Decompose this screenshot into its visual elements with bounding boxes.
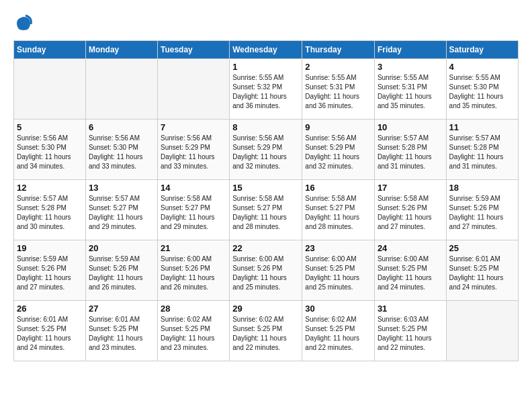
calendar-cell: 25Sunrise: 6:01 AMSunset: 5:25 PMDayligh… [446,240,518,301]
day-info: Sunrise: 5:56 AMSunset: 5:29 PMDaylight:… [232,134,299,171]
day-info: Sunrise: 5:59 AMSunset: 5:26 PMDaylight:… [89,255,154,292]
calendar-cell: 9Sunrise: 5:56 AMSunset: 5:29 PMDaylight… [302,120,375,180]
day-number: 13 [89,183,154,193]
calendar-cell: 17Sunrise: 5:58 AMSunset: 5:26 PMDayligh… [374,180,446,240]
calendar-cell: 30Sunrise: 6:02 AMSunset: 5:25 PMDayligh… [302,301,375,361]
calendar-week-row: 1Sunrise: 5:55 AMSunset: 5:32 PMDaylight… [14,59,519,120]
day-number: 2 [305,62,371,72]
weekday-header-thursday: Thursday [302,41,375,59]
day-info: Sunrise: 5:57 AMSunset: 5:28 PMDaylight:… [449,134,515,171]
day-info: Sunrise: 6:00 AMSunset: 5:26 PMDaylight:… [232,255,299,292]
day-number: 6 [89,122,154,132]
day-info: Sunrise: 5:59 AMSunset: 5:26 PMDaylight:… [449,194,515,232]
calendar-cell: 13Sunrise: 5:57 AMSunset: 5:27 PMDayligh… [85,180,157,240]
day-number: 18 [449,183,515,193]
calendar-cell: 1Sunrise: 5:55 AMSunset: 5:32 PMDaylight… [230,59,302,120]
day-number: 28 [161,304,226,314]
day-number: 15 [232,183,299,193]
calendar-table: SundayMondayTuesdayWednesdayThursdayFrid… [13,40,519,361]
calendar-cell: 8Sunrise: 5:56 AMSunset: 5:29 PMDaylight… [230,120,302,180]
day-number: 1 [232,62,299,72]
day-info: Sunrise: 6:00 AMSunset: 5:25 PMDaylight:… [378,255,443,292]
calendar-cell: 21Sunrise: 6:00 AMSunset: 5:26 PMDayligh… [158,240,230,301]
calendar-cell: 4Sunrise: 5:55 AMSunset: 5:30 PMDaylight… [446,59,518,120]
day-info: Sunrise: 5:57 AMSunset: 5:28 PMDaylight:… [378,134,443,171]
calendar-cell: 3Sunrise: 5:55 AMSunset: 5:31 PMDaylight… [374,59,446,120]
logo [13,13,36,34]
day-info: Sunrise: 5:58 AMSunset: 5:27 PMDaylight:… [305,194,371,232]
calendar-cell: 12Sunrise: 5:57 AMSunset: 5:28 PMDayligh… [14,180,86,240]
day-info: Sunrise: 6:02 AMSunset: 5:25 PMDaylight:… [232,315,299,353]
day-number: 5 [17,122,83,132]
weekday-header-saturday: Saturday [446,41,518,59]
calendar-cell: 27Sunrise: 6:01 AMSunset: 5:25 PMDayligh… [85,301,157,361]
calendar-cell: 15Sunrise: 5:58 AMSunset: 5:27 PMDayligh… [230,180,302,240]
day-info: Sunrise: 5:56 AMSunset: 5:30 PMDaylight:… [89,134,154,171]
calendar-cell [446,301,518,361]
day-number: 29 [232,304,299,314]
calendar-cell: 10Sunrise: 5:57 AMSunset: 5:28 PMDayligh… [374,120,446,180]
calendar-week-row: 19Sunrise: 5:59 AMSunset: 5:26 PMDayligh… [14,240,519,301]
day-info: Sunrise: 6:01 AMSunset: 5:25 PMDaylight:… [17,315,83,353]
day-number: 21 [161,243,226,253]
day-number: 12 [17,183,83,193]
day-info: Sunrise: 5:55 AMSunset: 5:30 PMDaylight:… [449,73,515,111]
calendar-cell: 14Sunrise: 5:58 AMSunset: 5:27 PMDayligh… [158,180,230,240]
day-info: Sunrise: 6:02 AMSunset: 5:25 PMDaylight:… [305,315,371,353]
calendar-week-row: 12Sunrise: 5:57 AMSunset: 5:28 PMDayligh… [14,180,519,240]
day-number: 9 [305,122,371,132]
day-number: 11 [449,122,515,132]
day-number: 4 [449,62,515,72]
day-info: Sunrise: 5:56 AMSunset: 5:30 PMDaylight:… [17,134,83,171]
calendar-cell: 11Sunrise: 5:57 AMSunset: 5:28 PMDayligh… [446,120,518,180]
day-info: Sunrise: 6:00 AMSunset: 5:26 PMDaylight:… [161,255,226,292]
day-info: Sunrise: 5:55 AMSunset: 5:31 PMDaylight:… [305,73,371,111]
day-info: Sunrise: 5:57 AMSunset: 5:28 PMDaylight:… [17,194,83,232]
day-info: Sunrise: 6:01 AMSunset: 5:25 PMDaylight:… [449,255,515,292]
calendar-cell: 16Sunrise: 5:58 AMSunset: 5:27 PMDayligh… [302,180,375,240]
day-number: 19 [17,243,83,253]
weekday-header-monday: Monday [85,41,157,59]
day-info: Sunrise: 6:02 AMSunset: 5:25 PMDaylight:… [161,315,226,353]
day-info: Sunrise: 5:56 AMSunset: 5:29 PMDaylight:… [305,134,371,171]
weekday-header-wednesday: Wednesday [230,41,302,59]
day-info: Sunrise: 5:57 AMSunset: 5:27 PMDaylight:… [89,194,154,232]
day-number: 14 [161,183,226,193]
day-info: Sunrise: 5:55 AMSunset: 5:31 PMDaylight:… [378,73,443,111]
day-number: 26 [17,304,83,314]
day-info: Sunrise: 5:56 AMSunset: 5:29 PMDaylight:… [161,134,226,171]
day-number: 8 [232,122,299,132]
calendar-cell: 28Sunrise: 6:02 AMSunset: 5:25 PMDayligh… [158,301,230,361]
day-number: 22 [232,243,299,253]
weekday-header-sunday: Sunday [14,41,86,59]
day-number: 16 [305,183,371,193]
day-number: 30 [305,304,371,314]
day-info: Sunrise: 5:59 AMSunset: 5:26 PMDaylight:… [17,255,83,292]
calendar-cell: 23Sunrise: 6:00 AMSunset: 5:25 PMDayligh… [302,240,375,301]
day-number: 27 [89,304,154,314]
calendar-cell: 20Sunrise: 5:59 AMSunset: 5:26 PMDayligh… [85,240,157,301]
day-info: Sunrise: 5:58 AMSunset: 5:27 PMDaylight:… [232,194,299,232]
calendar-cell: 7Sunrise: 5:56 AMSunset: 5:29 PMDaylight… [158,120,230,180]
calendar-cell: 22Sunrise: 6:00 AMSunset: 5:26 PMDayligh… [230,240,302,301]
day-info: Sunrise: 6:00 AMSunset: 5:25 PMDaylight:… [305,255,371,292]
calendar-cell: 5Sunrise: 5:56 AMSunset: 5:30 PMDaylight… [14,120,86,180]
day-number: 7 [161,122,226,132]
day-number: 23 [305,243,371,253]
calendar-cell: 24Sunrise: 6:00 AMSunset: 5:25 PMDayligh… [374,240,446,301]
calendar-cell: 29Sunrise: 6:02 AMSunset: 5:25 PMDayligh… [230,301,302,361]
day-info: Sunrise: 5:58 AMSunset: 5:27 PMDaylight:… [161,194,226,232]
weekday-header-friday: Friday [374,41,446,59]
calendar-cell: 26Sunrise: 6:01 AMSunset: 5:25 PMDayligh… [14,301,86,361]
day-number: 31 [378,304,443,314]
day-number: 3 [378,62,443,72]
day-number: 20 [89,243,154,253]
day-number: 25 [449,243,515,253]
day-info: Sunrise: 6:01 AMSunset: 5:25 PMDaylight:… [89,315,154,353]
weekday-header-row: SundayMondayTuesdayWednesdayThursdayFrid… [14,41,519,59]
calendar-cell [85,59,157,120]
calendar-week-row: 5Sunrise: 5:56 AMSunset: 5:30 PMDaylight… [14,120,519,180]
weekday-header-tuesday: Tuesday [158,41,230,59]
day-number: 17 [378,183,443,193]
calendar-cell: 31Sunrise: 6:03 AMSunset: 5:25 PMDayligh… [374,301,446,361]
